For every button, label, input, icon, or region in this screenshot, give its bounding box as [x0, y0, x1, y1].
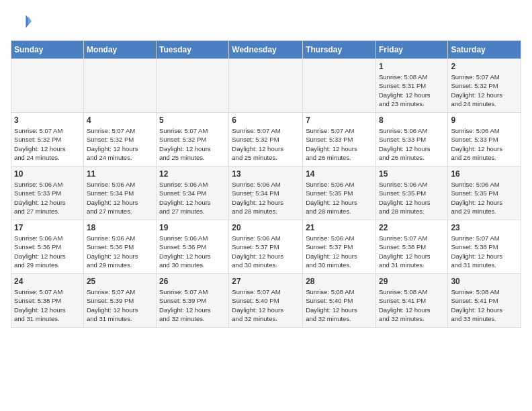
weekday-header-row: SundayMondayTuesdayWednesdayThursdayFrid…	[11, 41, 521, 59]
day-cell: 16Sunrise: 5:06 AM Sunset: 5:35 PM Dayli…	[448, 167, 521, 220]
day-number: 18	[87, 223, 153, 232]
day-number: 7	[306, 116, 373, 125]
weekday-header-thursday: Thursday	[303, 41, 376, 59]
day-number: 29	[379, 277, 445, 286]
day-cell: 2Sunrise: 5:07 AM Sunset: 5:32 PM Daylig…	[448, 59, 521, 113]
day-info: Sunrise: 5:07 AM Sunset: 5:38 PM Dayligh…	[379, 234, 445, 269]
day-number: 8	[379, 116, 445, 125]
day-number: 9	[451, 116, 518, 125]
day-number: 16	[451, 169, 518, 179]
day-number: 15	[379, 169, 445, 179]
day-number: 3	[14, 116, 81, 125]
day-cell	[83, 59, 156, 113]
page-header	[11, 11, 521, 32]
day-cell: 18Sunrise: 5:06 AM Sunset: 5:36 PM Dayli…	[83, 220, 156, 274]
day-cell: 13Sunrise: 5:06 AM Sunset: 5:34 PM Dayli…	[229, 167, 303, 220]
day-info: Sunrise: 5:07 AM Sunset: 5:33 PM Dayligh…	[306, 126, 373, 162]
day-info: Sunrise: 5:06 AM Sunset: 5:37 PM Dayligh…	[306, 234, 373, 269]
logo-icon	[11, 11, 32, 32]
day-number: 27	[232, 277, 300, 286]
week-row-2: 3Sunrise: 5:07 AM Sunset: 5:32 PM Daylig…	[11, 113, 521, 167]
day-cell: 10Sunrise: 5:06 AM Sunset: 5:33 PM Dayli…	[11, 167, 84, 220]
day-cell: 14Sunrise: 5:06 AM Sunset: 5:35 PM Dayli…	[303, 167, 376, 220]
day-info: Sunrise: 5:08 AM Sunset: 5:31 PM Dayligh…	[379, 73, 445, 108]
day-info: Sunrise: 5:06 AM Sunset: 5:35 PM Dayligh…	[379, 180, 445, 216]
calendar-table: SundayMondayTuesdayWednesdayThursdayFrid…	[11, 40, 521, 328]
day-number: 5	[159, 116, 226, 125]
day-info: Sunrise: 5:07 AM Sunset: 5:38 PM Dayligh…	[14, 287, 81, 323]
day-cell	[229, 59, 303, 113]
day-cell: 8Sunrise: 5:06 AM Sunset: 5:33 PM Daylig…	[375, 113, 447, 167]
day-info: Sunrise: 5:06 AM Sunset: 5:35 PM Dayligh…	[451, 180, 518, 216]
day-number: 11	[87, 169, 153, 179]
day-info: Sunrise: 5:07 AM Sunset: 5:40 PM Dayligh…	[232, 287, 300, 323]
weekday-header-wednesday: Wednesday	[229, 41, 303, 59]
day-cell: 27Sunrise: 5:07 AM Sunset: 5:40 PM Dayli…	[229, 274, 303, 328]
weekday-header-sunday: Sunday	[11, 41, 84, 59]
day-number: 1	[379, 62, 445, 71]
day-number: 24	[14, 277, 81, 286]
day-cell	[303, 59, 376, 113]
day-number: 10	[14, 169, 81, 179]
day-cell: 17Sunrise: 5:06 AM Sunset: 5:36 PM Dayli…	[11, 220, 84, 274]
day-number: 25	[87, 277, 153, 286]
day-cell: 6Sunrise: 5:07 AM Sunset: 5:32 PM Daylig…	[229, 113, 303, 167]
day-cell: 25Sunrise: 5:07 AM Sunset: 5:39 PM Dayli…	[83, 274, 156, 328]
day-cell: 5Sunrise: 5:07 AM Sunset: 5:32 PM Daylig…	[157, 113, 229, 167]
day-number: 28	[306, 277, 373, 286]
day-info: Sunrise: 5:06 AM Sunset: 5:33 PM Dayligh…	[14, 180, 81, 216]
day-info: Sunrise: 5:07 AM Sunset: 5:39 PM Dayligh…	[159, 287, 226, 323]
day-info: Sunrise: 5:07 AM Sunset: 5:32 PM Dayligh…	[159, 126, 226, 162]
weekday-header-tuesday: Tuesday	[157, 41, 229, 59]
day-number: 30	[451, 277, 518, 286]
day-cell: 24Sunrise: 5:07 AM Sunset: 5:38 PM Dayli…	[11, 274, 84, 328]
day-cell: 23Sunrise: 5:07 AM Sunset: 5:38 PM Dayli…	[448, 220, 521, 274]
day-info: Sunrise: 5:06 AM Sunset: 5:36 PM Dayligh…	[14, 234, 81, 269]
weekday-header-saturday: Saturday	[448, 41, 521, 59]
day-number: 20	[232, 223, 300, 232]
day-number: 6	[232, 116, 300, 125]
week-row-3: 10Sunrise: 5:06 AM Sunset: 5:33 PM Dayli…	[11, 167, 521, 220]
day-cell: 11Sunrise: 5:06 AM Sunset: 5:34 PM Dayli…	[83, 167, 156, 220]
day-info: Sunrise: 5:06 AM Sunset: 5:34 PM Dayligh…	[232, 180, 300, 216]
day-cell: 4Sunrise: 5:07 AM Sunset: 5:32 PM Daylig…	[83, 113, 156, 167]
day-number: 14	[306, 169, 373, 179]
day-cell: 30Sunrise: 5:08 AM Sunset: 5:41 PM Dayli…	[448, 274, 521, 328]
day-cell	[157, 59, 229, 113]
week-row-1: 1Sunrise: 5:08 AM Sunset: 5:31 PM Daylig…	[11, 59, 521, 113]
day-info: Sunrise: 5:07 AM Sunset: 5:32 PM Dayligh…	[14, 126, 81, 162]
day-info: Sunrise: 5:06 AM Sunset: 5:34 PM Dayligh…	[159, 180, 226, 216]
day-number: 13	[232, 169, 300, 179]
day-info: Sunrise: 5:07 AM Sunset: 5:32 PM Dayligh…	[232, 126, 300, 162]
day-info: Sunrise: 5:07 AM Sunset: 5:38 PM Dayligh…	[451, 234, 518, 269]
day-number: 26	[159, 277, 226, 286]
day-number: 22	[379, 223, 445, 232]
day-number: 12	[159, 169, 226, 179]
week-row-5: 24Sunrise: 5:07 AM Sunset: 5:38 PM Dayli…	[11, 274, 521, 328]
logo	[11, 11, 35, 32]
svg-marker-1	[28, 16, 32, 25]
day-info: Sunrise: 5:07 AM Sunset: 5:39 PM Dayligh…	[87, 287, 153, 323]
day-number: 23	[451, 223, 518, 232]
day-cell: 1Sunrise: 5:08 AM Sunset: 5:31 PM Daylig…	[375, 59, 447, 113]
week-row-4: 17Sunrise: 5:06 AM Sunset: 5:36 PM Dayli…	[11, 220, 521, 274]
day-info: Sunrise: 5:06 AM Sunset: 5:35 PM Dayligh…	[306, 180, 373, 216]
day-number: 21	[306, 223, 373, 232]
day-cell: 12Sunrise: 5:06 AM Sunset: 5:34 PM Dayli…	[157, 167, 229, 220]
day-number: 2	[451, 62, 518, 71]
day-number: 17	[14, 223, 81, 232]
day-info: Sunrise: 5:06 AM Sunset: 5:37 PM Dayligh…	[232, 234, 300, 269]
day-info: Sunrise: 5:06 AM Sunset: 5:33 PM Dayligh…	[379, 126, 445, 162]
day-cell: 21Sunrise: 5:06 AM Sunset: 5:37 PM Dayli…	[303, 220, 376, 274]
day-info: Sunrise: 5:06 AM Sunset: 5:33 PM Dayligh…	[451, 126, 518, 162]
weekday-header-monday: Monday	[83, 41, 156, 59]
day-cell: 20Sunrise: 5:06 AM Sunset: 5:37 PM Dayli…	[229, 220, 303, 274]
day-cell: 22Sunrise: 5:07 AM Sunset: 5:38 PM Dayli…	[375, 220, 447, 274]
day-cell: 3Sunrise: 5:07 AM Sunset: 5:32 PM Daylig…	[11, 113, 84, 167]
day-cell: 26Sunrise: 5:07 AM Sunset: 5:39 PM Dayli…	[157, 274, 229, 328]
day-info: Sunrise: 5:06 AM Sunset: 5:34 PM Dayligh…	[87, 180, 153, 216]
day-info: Sunrise: 5:07 AM Sunset: 5:32 PM Dayligh…	[87, 126, 153, 162]
day-cell: 28Sunrise: 5:08 AM Sunset: 5:40 PM Dayli…	[303, 274, 376, 328]
day-cell: 7Sunrise: 5:07 AM Sunset: 5:33 PM Daylig…	[303, 113, 376, 167]
day-info: Sunrise: 5:06 AM Sunset: 5:36 PM Dayligh…	[87, 234, 153, 269]
